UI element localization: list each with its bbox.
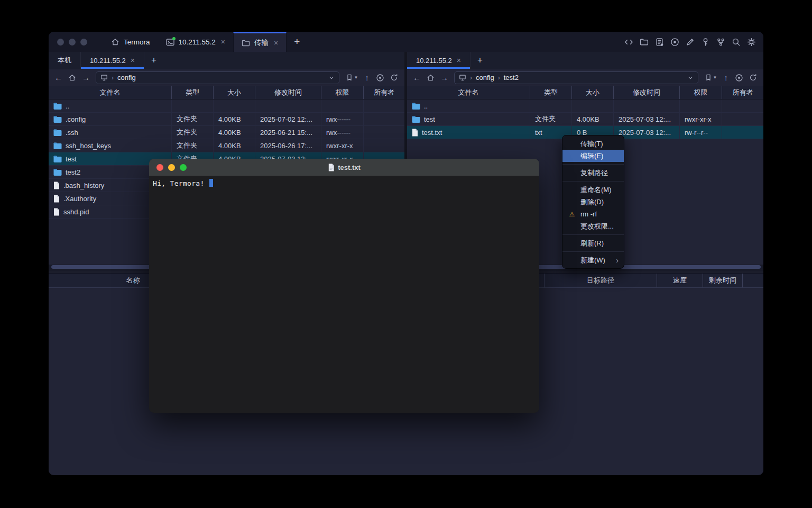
menu-item[interactable]: 传输(T) — [562, 138, 624, 150]
parent-directory-icon[interactable]: ↑ — [364, 74, 371, 81]
file-row[interactable]: .ssh文件夹4.00KB2025-06-21 15:...rwx------ — [49, 126, 404, 139]
bookmark-control[interactable]: ▼ — [346, 74, 358, 81]
file-name: test2 — [66, 168, 80, 176]
keychain-icon[interactable] — [716, 38, 725, 47]
close-window-button[interactable] — [156, 164, 163, 171]
transfer-column-header[interactable]: 速度 — [657, 274, 703, 287]
file-name: test.txt — [422, 129, 442, 137]
pane-new-tab-button[interactable]: + — [144, 52, 163, 69]
code-icon[interactable] — [624, 38, 633, 47]
file-row[interactable]: test文件夹4.00KB2025-07-03 12:...rwxr-xr-x — [407, 113, 763, 126]
tab-ssh-host[interactable]: 10.211.55.2 × — [158, 32, 234, 52]
pane-tab-ssh[interactable]: 10.211.55.2 × — [407, 52, 470, 69]
editor-titlebar[interactable]: test.txt — [149, 159, 539, 176]
maximize-window-button[interactable] — [80, 39, 87, 46]
transfer-column-header[interactable]: 剩余时间 — [703, 274, 743, 287]
pane-tab-close-icon[interactable]: × — [131, 56, 135, 65]
tab-termora[interactable]: Termora — [103, 32, 158, 52]
back-icon[interactable]: ← — [53, 74, 63, 81]
breadcrumb-segment[interactable]: config — [117, 74, 136, 81]
home-icon[interactable] — [68, 74, 76, 81]
menu-item[interactable]: 复制路径 — [562, 167, 624, 179]
column-header[interactable]: 文件名 — [407, 86, 530, 99]
editor-content[interactable]: Hi, Termora! — [149, 176, 539, 190]
column-header[interactable]: 权限 — [321, 86, 364, 99]
key-icon[interactable] — [701, 38, 710, 47]
column-header[interactable]: 所有者 — [364, 86, 404, 99]
record-icon[interactable] — [670, 38, 679, 47]
column-header[interactable]: 权限 — [680, 86, 722, 99]
chevron-down-icon[interactable] — [328, 75, 335, 81]
menu-item[interactable]: ⚠rm -rf — [562, 208, 624, 220]
menu-item[interactable]: 新建(W)› — [562, 254, 624, 266]
file-owner-cell — [722, 99, 763, 112]
show-hidden-files-icon[interactable] — [735, 74, 743, 82]
titlebar: Termora 10.211.55.2 × 传输 × + — [49, 32, 763, 52]
folder-icon — [53, 156, 62, 162]
computer-icon — [459, 74, 466, 81]
pane-new-tab-button[interactable]: + — [470, 52, 490, 69]
menu-separator — [562, 251, 624, 252]
back-icon[interactable]: ← — [412, 74, 422, 81]
home-icon[interactable] — [427, 74, 435, 81]
settings-icon[interactable] — [747, 38, 756, 47]
refresh-icon[interactable] — [390, 74, 398, 81]
file-row[interactable]: .. — [407, 99, 763, 113]
show-hidden-files-icon[interactable] — [376, 74, 384, 82]
pane-tab-label: 本机 — [58, 56, 71, 65]
edit-icon[interactable] — [686, 38, 695, 47]
chevron-down-icon[interactable] — [687, 75, 694, 81]
forward-icon[interactable]: → — [81, 74, 91, 81]
file-modified-cell: 2025-06-26 17:... — [255, 139, 321, 152]
minimize-window-button[interactable] — [168, 164, 175, 171]
column-header[interactable]: 修改时间 — [614, 86, 680, 99]
column-header[interactable]: 类型 — [530, 86, 572, 99]
path-breadcrumb[interactable]: › config › test2 — [454, 71, 698, 84]
file-modified-cell — [614, 99, 680, 112]
menu-item[interactable]: 编辑(E) — [562, 150, 624, 162]
file-row[interactable]: ssh_host_keys文件夹4.00KB2025-06-26 17:...r… — [49, 139, 404, 152]
path-breadcrumb[interactable]: › config — [96, 71, 339, 84]
folder-icon[interactable] — [640, 38, 649, 47]
new-tab-button[interactable]: + — [287, 32, 307, 52]
column-header[interactable]: 修改时间 — [255, 86, 321, 99]
maximize-window-button[interactable] — [180, 164, 187, 171]
left-pane-tab-bar: 本机 10.211.55.2 × + — [49, 52, 404, 69]
titlebar-actions — [624, 32, 756, 52]
menu-item[interactable]: 删除(D) — [562, 196, 624, 208]
breadcrumb-segment[interactable]: test2 — [504, 74, 519, 81]
transfer-column-header[interactable]: 目标路径 — [545, 274, 657, 287]
tab-transfer[interactable]: 传输 × — [233, 32, 287, 52]
transfer-column-header[interactable] — [743, 274, 763, 287]
menu-item[interactable]: 更改权限... — [562, 220, 624, 232]
search-icon[interactable] — [732, 38, 741, 47]
pane-tab-close-icon[interactable]: × — [457, 56, 461, 65]
folder-icon — [242, 39, 250, 47]
file-row[interactable]: .config文件夹4.00KB2025-07-02 12:...rwx----… — [49, 113, 404, 126]
menu-item[interactable]: 刷新(R) — [562, 237, 624, 249]
parent-directory-icon[interactable]: ↑ — [723, 74, 730, 81]
refresh-icon[interactable] — [749, 74, 757, 81]
menu-item[interactable]: 重命名(M) — [562, 184, 624, 196]
column-header[interactable]: 所有者 — [722, 86, 763, 99]
close-window-button[interactable] — [57, 39, 64, 46]
file-row[interactable]: .. — [49, 99, 404, 113]
forward-icon[interactable]: → — [439, 74, 449, 81]
bookmark-control[interactable]: ▼ — [705, 74, 717, 81]
pane-tab-ssh[interactable]: 10.211.55.2 × — [81, 52, 144, 69]
file-type-cell: 文件夹 — [530, 113, 572, 125]
column-header[interactable]: 大小 — [214, 86, 255, 99]
breadcrumb-segment[interactable]: config — [476, 74, 494, 81]
file-modified-cell — [255, 99, 321, 112]
minimize-window-button[interactable] — [69, 39, 76, 46]
menu-item-label: 更改权限... — [580, 222, 614, 231]
column-header[interactable]: 大小 — [572, 86, 614, 99]
breadcrumb-separator: › — [498, 74, 500, 81]
column-header[interactable]: 类型 — [172, 86, 214, 99]
column-header[interactable]: 文件名 — [49, 86, 172, 99]
tab-close-icon[interactable]: × — [221, 38, 225, 46]
pane-tab-local[interactable]: 本机 — [49, 52, 81, 69]
file-owner-cell — [364, 139, 404, 152]
log-icon[interactable] — [655, 38, 664, 47]
tab-close-icon[interactable]: × — [274, 39, 278, 47]
